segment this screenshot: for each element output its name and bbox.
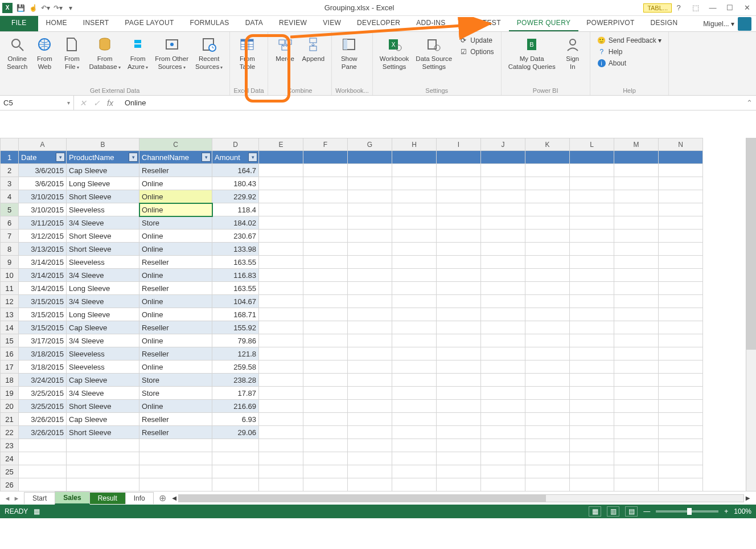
cell[interactable]	[392, 387, 437, 400]
cell[interactable]	[392, 164, 437, 177]
sheet-tab-sales[interactable]: Sales	[55, 491, 89, 505]
table-header-productname[interactable]: ProductName▾	[67, 151, 139, 164]
tab-review[interactable]: REVIEW	[271, 16, 315, 31]
cell[interactable]	[481, 269, 525, 282]
table-tools-tab[interactable]: TABL...	[643, 3, 672, 13]
cell[interactable]	[614, 374, 659, 387]
row-header-11[interactable]: 11	[1, 282, 19, 295]
cell[interactable]	[525, 230, 570, 243]
cell[interactable]	[437, 190, 481, 203]
cell[interactable]	[437, 478, 481, 491]
cell[interactable]	[348, 216, 392, 230]
cell[interactable]	[481, 452, 525, 465]
cell[interactable]	[525, 190, 570, 203]
cell[interactable]: 3/14/2015	[19, 256, 67, 269]
cell[interactable]	[570, 230, 614, 243]
cell[interactable]	[437, 387, 481, 400]
cell[interactable]: 3/4 Sleeve	[67, 334, 139, 347]
cell[interactable]: Cap Sleeve	[67, 413, 139, 426]
redo-icon[interactable]: ↷▾	[54, 3, 63, 13]
cell[interactable]	[437, 439, 481, 452]
cell[interactable]	[481, 478, 525, 491]
tab-powerpivot[interactable]: POWERPIVOT	[578, 16, 642, 31]
cell[interactable]	[348, 400, 392, 413]
cell[interactable]: Reseller	[139, 413, 212, 426]
cell[interactable]	[481, 465, 525, 478]
cell[interactable]	[570, 426, 614, 439]
cell[interactable]: Long Sleeve	[67, 308, 139, 321]
ribbon-from-other-sources[interactable]: From Other Sources	[151, 34, 192, 86]
cell[interactable]	[212, 465, 259, 478]
row-header-26[interactable]: 26	[1, 478, 19, 491]
cell[interactable]: 3/6/2015	[19, 164, 67, 177]
cell[interactable]: 216.69	[212, 400, 259, 413]
cell[interactable]	[348, 269, 392, 282]
row-header-8[interactable]: 8	[1, 243, 19, 256]
ribbon-show-pane[interactable]: Show Pane	[335, 34, 363, 86]
cell[interactable]	[481, 374, 525, 387]
cell[interactable]	[392, 321, 437, 334]
cell[interactable]	[570, 439, 614, 452]
cell[interactable]	[525, 295, 570, 308]
cell[interactable]	[437, 465, 481, 478]
cell[interactable]	[525, 439, 570, 452]
cell[interactable]	[259, 190, 303, 203]
cell[interactable]	[19, 478, 67, 491]
cell[interactable]	[259, 216, 303, 230]
cell[interactable]: 164.7	[212, 164, 259, 177]
cell[interactable]: Online	[139, 308, 212, 321]
cell[interactable]	[659, 203, 703, 216]
cell[interactable]	[259, 452, 303, 465]
minimize-button[interactable]: —	[706, 2, 720, 14]
cell[interactable]: Sleeveless	[67, 360, 139, 374]
cell[interactable]	[570, 190, 614, 203]
cell[interactable]	[392, 439, 437, 452]
cell[interactable]	[259, 413, 303, 426]
col-header-L[interactable]: L	[570, 138, 614, 151]
cell[interactable]: 133.98	[212, 243, 259, 256]
cell[interactable]: 3/26/2015	[19, 413, 67, 426]
cell[interactable]	[525, 243, 570, 256]
cell[interactable]: Short Sleeve	[67, 426, 139, 439]
cell[interactable]	[525, 400, 570, 413]
cell[interactable]	[525, 413, 570, 426]
cell[interactable]	[659, 387, 703, 400]
cell[interactable]	[67, 439, 139, 452]
cell[interactable]: 3/4 Sleeve	[67, 295, 139, 308]
tab-power-query[interactable]: POWER QUERY	[509, 16, 578, 31]
cell[interactable]	[392, 243, 437, 256]
cell[interactable]	[437, 230, 481, 243]
tab-add-ins[interactable]: ADD-INS	[408, 16, 453, 31]
cell[interactable]	[614, 269, 659, 282]
tab-load-test[interactable]: LOAD TEST	[454, 16, 509, 31]
cell[interactable]	[659, 347, 703, 360]
ribbon-send-feedback[interactable]: 🙂Send Feedback ▾	[596, 35, 663, 46]
cell[interactable]	[303, 164, 348, 177]
col-header-A[interactable]: A	[19, 138, 67, 151]
row-header-6[interactable]: 6	[1, 216, 19, 230]
cell[interactable]: Cap Sleeve	[67, 374, 139, 387]
cell[interactable]	[570, 243, 614, 256]
cell[interactable]	[525, 478, 570, 491]
cell[interactable]	[481, 243, 525, 256]
cell[interactable]: Online	[139, 269, 212, 282]
cell[interactable]	[570, 413, 614, 426]
cell[interactable]	[437, 256, 481, 269]
row-header-15[interactable]: 15	[1, 334, 19, 347]
zoom-level[interactable]: 100%	[734, 507, 751, 515]
undo-icon[interactable]: ↶▾	[41, 3, 50, 13]
cell[interactable]	[303, 426, 348, 439]
cell[interactable]	[259, 282, 303, 295]
cell[interactable]	[348, 413, 392, 426]
cell[interactable]: 3/15/2015	[19, 321, 67, 334]
cell[interactable]	[303, 400, 348, 413]
cell[interactable]	[392, 374, 437, 387]
page-layout-view-button[interactable]: ▥	[607, 506, 619, 517]
row-header-9[interactable]: 9	[1, 256, 19, 269]
cell[interactable]	[303, 439, 348, 452]
cell[interactable]	[437, 426, 481, 439]
cell[interactable]: 3/24/2015	[19, 374, 67, 387]
cell[interactable]: 104.67	[212, 295, 259, 308]
cell[interactable]	[348, 190, 392, 203]
col-header-C[interactable]: C	[139, 138, 212, 151]
